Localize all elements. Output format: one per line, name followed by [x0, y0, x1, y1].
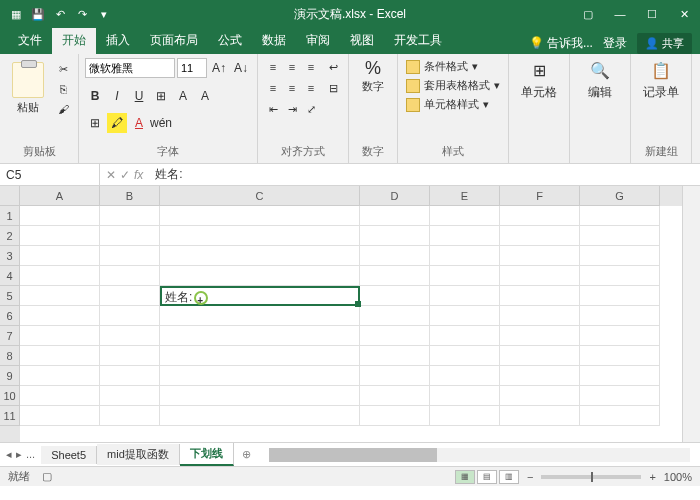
cell[interactable]: [580, 286, 660, 306]
cell[interactable]: [360, 326, 430, 346]
cell[interactable]: [500, 366, 580, 386]
col-header[interactable]: E: [430, 186, 500, 206]
cell[interactable]: [100, 386, 160, 406]
cell[interactable]: [20, 226, 100, 246]
indent-dec-icon[interactable]: ⇤: [264, 100, 282, 118]
cell[interactable]: [430, 286, 500, 306]
macro-record-icon[interactable]: ▢: [42, 470, 52, 483]
merge-icon[interactable]: ⊟: [324, 79, 342, 97]
cell[interactable]: [500, 386, 580, 406]
cell[interactable]: [100, 326, 160, 346]
row-header[interactable]: 1: [0, 206, 20, 226]
tab-layout[interactable]: 页面布局: [140, 27, 208, 54]
cell[interactable]: [160, 246, 360, 266]
cell[interactable]: [360, 286, 430, 306]
col-header[interactable]: D: [360, 186, 430, 206]
close-icon[interactable]: ✕: [668, 0, 700, 28]
share-button[interactable]: 👤 共享: [637, 33, 692, 54]
view-layout-icon[interactable]: ▤: [477, 470, 497, 484]
cell[interactable]: [580, 346, 660, 366]
underline-button[interactable]: U: [129, 86, 149, 106]
cell[interactable]: [20, 406, 100, 426]
conditional-format-button[interactable]: 条件格式 ▾: [404, 58, 502, 75]
cell[interactable]: 姓名:: [160, 286, 360, 306]
cell[interactable]: [430, 326, 500, 346]
zoom-in-icon[interactable]: +: [649, 471, 655, 483]
redo-icon[interactable]: ↷: [72, 4, 92, 24]
cell[interactable]: [360, 406, 430, 426]
cell[interactable]: [160, 386, 360, 406]
border2-icon[interactable]: ⊞: [85, 113, 105, 133]
zoom-slider[interactable]: [541, 475, 641, 479]
select-all-corner[interactable]: [0, 186, 20, 206]
align-top-icon[interactable]: ≡: [264, 58, 282, 76]
row-header[interactable]: 5: [0, 286, 20, 306]
horizontal-scrollbar[interactable]: [269, 448, 690, 462]
cell[interactable]: [500, 346, 580, 366]
cell[interactable]: [360, 346, 430, 366]
col-header[interactable]: A: [20, 186, 100, 206]
login-link[interactable]: 登录: [603, 35, 627, 52]
sheet-nav-next-icon[interactable]: ▸: [16, 448, 22, 461]
row-header[interactable]: 4: [0, 266, 20, 286]
maximize-icon[interactable]: ☐: [636, 0, 668, 28]
cell[interactable]: [580, 246, 660, 266]
edit-icon[interactable]: 🔍: [588, 58, 612, 82]
zoom-level[interactable]: 100%: [664, 471, 692, 483]
cell[interactable]: [580, 386, 660, 406]
row-header[interactable]: 9: [0, 366, 20, 386]
view-normal-icon[interactable]: ▦: [455, 470, 475, 484]
cell[interactable]: [20, 266, 100, 286]
number-button[interactable]: 数字: [355, 79, 391, 94]
cell[interactable]: [500, 246, 580, 266]
fx-icon[interactable]: fx: [134, 168, 143, 182]
cell[interactable]: [160, 406, 360, 426]
font-color-icon[interactable]: A: [129, 113, 149, 133]
cell[interactable]: [360, 266, 430, 286]
name-box[interactable]: C5: [0, 164, 100, 185]
cell[interactable]: [430, 346, 500, 366]
row-header[interactable]: 8: [0, 346, 20, 366]
tab-data[interactable]: 数据: [252, 27, 296, 54]
record-icon[interactable]: 📋: [649, 58, 673, 82]
vertical-scrollbar[interactable]: [682, 186, 700, 442]
col-header[interactable]: C: [160, 186, 360, 206]
cell[interactable]: [160, 346, 360, 366]
cell[interactable]: [430, 306, 500, 326]
cell[interactable]: [580, 326, 660, 346]
cell[interactable]: [100, 206, 160, 226]
view-break-icon[interactable]: ▥: [499, 470, 519, 484]
orientation-icon[interactable]: ⤢: [302, 100, 320, 118]
paste-icon[interactable]: [12, 62, 44, 98]
cell[interactable]: [160, 326, 360, 346]
tab-view[interactable]: 视图: [340, 27, 384, 54]
add-sheet-icon[interactable]: ⊕: [234, 448, 259, 461]
cut-icon[interactable]: ✂: [54, 60, 72, 78]
sheet-tab[interactable]: mid提取函数: [97, 444, 180, 465]
cell[interactable]: [580, 406, 660, 426]
italic-button[interactable]: I: [107, 86, 127, 106]
cells-icon[interactable]: ⊞: [527, 58, 551, 82]
accept-formula-icon[interactable]: ✓: [120, 168, 130, 182]
phonetic-icon[interactable]: wén: [151, 113, 171, 133]
cell[interactable]: [160, 226, 360, 246]
formula-input[interactable]: 姓名:: [149, 166, 700, 183]
zoom-out-icon[interactable]: −: [527, 471, 533, 483]
indent-inc-icon[interactable]: ⇥: [283, 100, 301, 118]
cell[interactable]: [20, 346, 100, 366]
tab-formula[interactable]: 公式: [208, 27, 252, 54]
cell[interactable]: [580, 266, 660, 286]
cell-style-button[interactable]: 单元格样式 ▾: [404, 96, 502, 113]
cell[interactable]: [100, 286, 160, 306]
row-header[interactable]: 3: [0, 246, 20, 266]
cell[interactable]: [430, 386, 500, 406]
cell[interactable]: [360, 366, 430, 386]
record-button[interactable]: 记录单: [643, 84, 679, 101]
font-a-icon[interactable]: A: [173, 86, 193, 106]
row-header[interactable]: 11: [0, 406, 20, 426]
cell[interactable]: [580, 226, 660, 246]
cell[interactable]: [20, 306, 100, 326]
cell[interactable]: [100, 226, 160, 246]
tab-file[interactable]: 文件: [8, 27, 52, 54]
cell[interactable]: [430, 246, 500, 266]
